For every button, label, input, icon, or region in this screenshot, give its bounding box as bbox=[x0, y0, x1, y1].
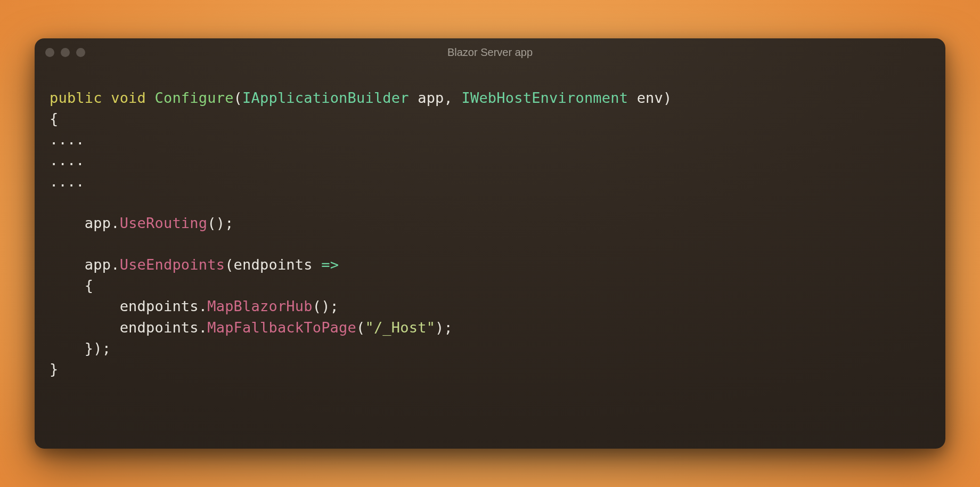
code-window: Blazor Server app public void Configure(… bbox=[35, 38, 945, 449]
dot: . bbox=[111, 215, 119, 231]
type-iapplicationbuilder: IApplicationBuilder bbox=[242, 90, 409, 106]
ellipsis-line: .... bbox=[50, 173, 85, 190]
brace-open: { bbox=[85, 277, 93, 294]
paren-open: ( bbox=[225, 256, 233, 273]
code-area[interactable]: public void Configure(IApplicationBuilde… bbox=[35, 66, 945, 449]
paren-close: ) bbox=[663, 90, 672, 106]
method-mapblazorhub: MapBlazorHub bbox=[207, 298, 312, 314]
call-empty: (); bbox=[313, 298, 339, 314]
brace-open: { bbox=[50, 110, 58, 127]
ellipsis-line: .... bbox=[50, 131, 85, 148]
string-hostpath: "/_Host" bbox=[365, 319, 435, 336]
dot: . bbox=[199, 319, 207, 336]
method-userouting: UseRouting bbox=[120, 215, 208, 231]
identifier-endpoints: endpoints bbox=[234, 256, 313, 273]
lambda-arrow: => bbox=[321, 256, 339, 273]
ellipsis-line: .... bbox=[50, 152, 85, 168]
identifier-endpoints: endpoints bbox=[120, 319, 199, 336]
window-title: Blazor Server app bbox=[35, 46, 945, 59]
paren-open: ( bbox=[234, 90, 242, 106]
paren-open: ( bbox=[356, 319, 365, 336]
brace-close: } bbox=[50, 361, 58, 377]
type-iwebhostenvironment: IWebHostEnvironment bbox=[462, 90, 628, 106]
call-empty: (); bbox=[207, 215, 233, 231]
close-icon[interactable] bbox=[45, 48, 54, 57]
identifier-app: app bbox=[85, 256, 111, 273]
titlebar: Blazor Server app bbox=[35, 38, 945, 66]
dot: . bbox=[199, 298, 207, 314]
dot: . bbox=[111, 256, 119, 273]
keyword-void: void bbox=[111, 90, 146, 106]
comma: , bbox=[444, 90, 462, 106]
identifier-env: env bbox=[637, 90, 663, 106]
method-useendpoints: UseEndpoints bbox=[120, 256, 225, 273]
call-close: ); bbox=[435, 319, 453, 336]
identifier-app: app bbox=[85, 215, 111, 231]
keyword-public: public bbox=[50, 90, 102, 106]
maximize-icon[interactable] bbox=[76, 48, 85, 57]
traffic-lights bbox=[45, 48, 85, 57]
block-close: }); bbox=[85, 340, 111, 356]
function-configure: Configure bbox=[155, 90, 234, 106]
method-mapfallbacktopage: MapFallbackToPage bbox=[207, 319, 356, 336]
identifier-app: app bbox=[418, 90, 444, 106]
identifier-endpoints: endpoints bbox=[120, 298, 199, 314]
minimize-icon[interactable] bbox=[61, 48, 70, 57]
